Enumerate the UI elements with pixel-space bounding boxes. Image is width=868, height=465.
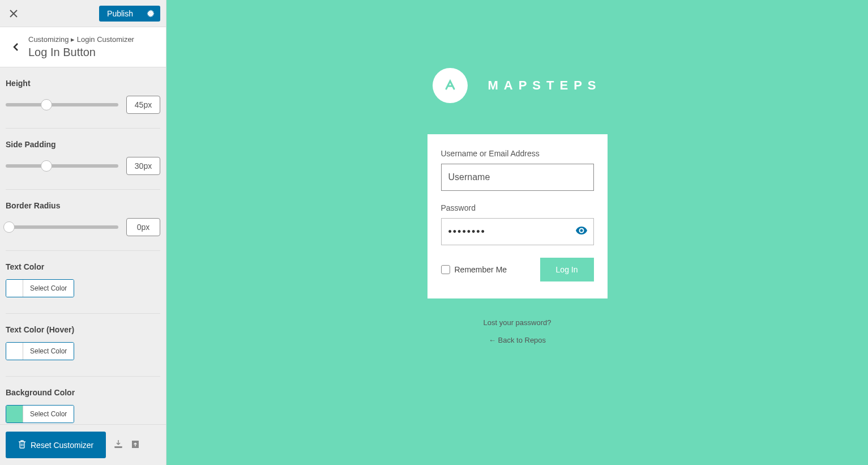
side-padding-slider-row: 30px xyxy=(6,157,160,175)
height-value[interactable]: 45px xyxy=(126,96,160,114)
side-padding-slider-thumb[interactable] xyxy=(41,160,52,172)
sidebar-header: Publish xyxy=(0,0,166,27)
close-icon[interactable] xyxy=(6,6,22,22)
upload-icon[interactable] xyxy=(131,440,140,451)
text-color-hover-control: Text Color (Hover) Select Color xyxy=(6,325,160,377)
reset-label: Reset Customizer xyxy=(31,441,93,450)
password-input[interactable] xyxy=(441,218,594,245)
back-to-site-link[interactable]: ← Back to Repos xyxy=(489,336,546,344)
customizer-sidebar: Publish Customizing ▸ Login Customizer L… xyxy=(0,0,166,465)
logo-icon xyxy=(433,68,468,103)
side-padding-label: Side Padding xyxy=(6,140,160,149)
trash-icon xyxy=(18,440,26,450)
preview-pane: MAPSTEPS Username or Email Address Passw… xyxy=(166,0,868,465)
login-form: Username or Email Address Password Remem… xyxy=(427,134,608,298)
height-slider[interactable] xyxy=(6,103,118,106)
remember-checkbox[interactable] xyxy=(441,265,450,274)
text-color-hover-swatch xyxy=(6,343,23,360)
publish-button[interactable]: Publish xyxy=(99,6,141,22)
text-color-hover-picker[interactable]: Select Color xyxy=(6,342,74,360)
breadcrumb-path: Customizing ▸ Login Customizer xyxy=(28,35,156,44)
breadcrumb-section-name: Login Customizer xyxy=(77,35,134,44)
breadcrumb-content: Customizing ▸ Login Customizer Log In Bu… xyxy=(28,35,156,59)
password-wrapper xyxy=(441,218,594,245)
publish-group: Publish xyxy=(99,6,160,22)
form-bottom: Remember Me Log In xyxy=(441,258,594,281)
side-padding-slider[interactable] xyxy=(6,164,118,168)
login-button[interactable]: Log In xyxy=(540,258,594,281)
height-control: Height 45px xyxy=(6,79,160,129)
eye-icon[interactable] xyxy=(576,227,587,237)
side-padding-control: Side Padding 30px xyxy=(6,140,160,190)
username-label: Username or Email Address xyxy=(441,149,594,158)
background-color-control: Background Color Select Color xyxy=(6,388,160,424)
username-input[interactable] xyxy=(441,164,594,191)
text-color-hover-label: Text Color (Hover) xyxy=(6,325,160,334)
height-slider-thumb[interactable] xyxy=(41,99,52,110)
border-radius-slider[interactable] xyxy=(6,225,118,229)
border-radius-slider-thumb[interactable] xyxy=(3,221,15,233)
background-color-swatch xyxy=(6,406,23,423)
svg-rect-0 xyxy=(115,446,122,448)
border-radius-slider-row: 0px xyxy=(6,218,160,236)
breadcrumb: Customizing ▸ Login Customizer Log In Bu… xyxy=(0,27,166,67)
svg-point-2 xyxy=(580,229,583,232)
chevron-right-icon: ▸ xyxy=(71,35,77,44)
border-radius-value[interactable]: 0px xyxy=(126,218,160,236)
page-title: Log In Button xyxy=(28,46,156,59)
sidebar-footer: Reset Customizer xyxy=(0,424,166,465)
background-color-button-label: Select Color xyxy=(23,406,74,423)
text-color-picker[interactable]: Select Color xyxy=(6,279,74,297)
border-radius-control: Border Radius 0px xyxy=(6,201,160,251)
breadcrumb-prefix: Customizing xyxy=(28,35,69,44)
height-slider-row: 45px xyxy=(6,96,160,114)
remember-me-wrap: Remember Me xyxy=(441,265,507,274)
back-button[interactable] xyxy=(10,41,22,53)
text-color-control: Text Color Select Color xyxy=(6,262,160,314)
side-padding-value[interactable]: 30px xyxy=(126,157,160,175)
download-icon[interactable] xyxy=(114,440,123,451)
password-label: Password xyxy=(441,203,594,212)
border-radius-label: Border Radius xyxy=(6,201,160,210)
remember-label: Remember Me xyxy=(455,265,507,274)
logo-text: MAPSTEPS xyxy=(488,78,601,93)
text-color-swatch xyxy=(6,280,23,297)
gear-icon[interactable] xyxy=(141,6,160,21)
background-color-picker[interactable]: Select Color xyxy=(6,405,74,423)
lost-password-link[interactable]: Lost your password? xyxy=(484,318,551,327)
controls-panel[interactable]: Height 45px Side Padding 30px Border Rad… xyxy=(0,67,166,424)
height-label: Height xyxy=(6,79,160,88)
background-color-label: Background Color xyxy=(6,388,160,397)
logo: MAPSTEPS xyxy=(433,68,601,103)
text-color-hover-button-label: Select Color xyxy=(23,343,74,360)
reset-customizer-button[interactable]: Reset Customizer xyxy=(6,432,106,458)
text-color-button-label: Select Color xyxy=(23,280,74,297)
text-color-label: Text Color xyxy=(6,262,160,271)
